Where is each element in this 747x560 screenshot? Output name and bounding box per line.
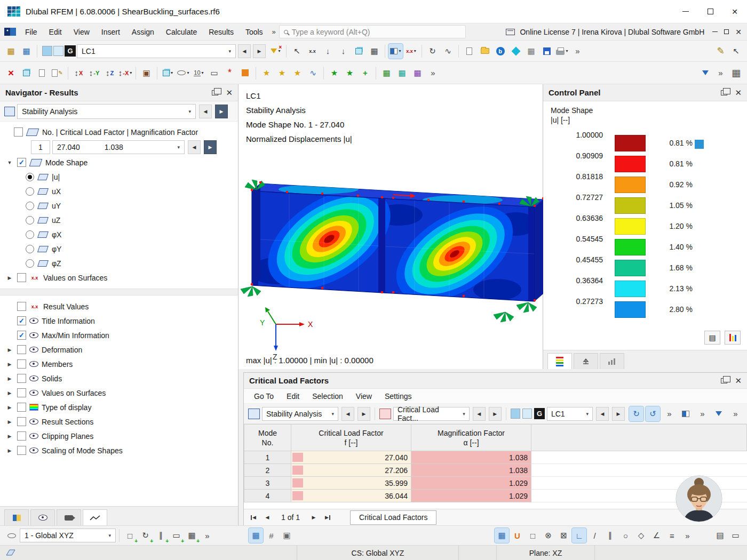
mesh-points-icon[interactable]: * <box>222 66 237 81</box>
next-load-case-button[interactable]: ▶ <box>253 44 266 58</box>
mode-no-cell[interactable]: 3 <box>244 477 291 490</box>
doc-restore-icon[interactable] <box>724 29 729 34</box>
toolbar-overflow-icon[interactable]: » <box>570 44 585 59</box>
next-table-button[interactable]: ▶ <box>357 407 370 421</box>
move-x-icon[interactable]: ↕X <box>71 66 86 81</box>
checkbox[interactable] <box>17 345 26 354</box>
previous-result-table-button[interactable]: ◀ <box>473 407 486 421</box>
tree-item-title-information[interactable]: ✓ Title Information <box>0 314 238 328</box>
transfer-icon[interactable]: ↻ <box>425 44 440 59</box>
panels-layout-icon[interactable]: ▤ <box>713 528 727 543</box>
tree-item-values-on-surfaces-2[interactable]: ▶ Values on Surfaces <box>0 386 238 400</box>
tab-settings-chart[interactable] <box>600 353 624 369</box>
expand-icon[interactable]: ▶ <box>5 362 14 367</box>
polyline-icon[interactable]: ∿ <box>306 66 320 81</box>
menu-assign[interactable]: Assign <box>126 23 160 41</box>
radio[interactable] <box>26 187 34 196</box>
connect-lines-icon[interactable]: + <box>358 66 372 81</box>
parallel-snap-icon[interactable]: ∥ <box>603 528 617 543</box>
magnification-cell[interactable]: 1.029 <box>411 477 531 490</box>
snap-overflow-icon[interactable]: » <box>680 528 695 543</box>
previous-page-button[interactable]: ◀ <box>261 511 274 524</box>
lc-color-swatch-1[interactable] <box>511 409 520 419</box>
checkbox[interactable] <box>17 403 26 412</box>
close-panel-icon[interactable]: ✕ <box>735 88 742 98</box>
rfem-module-icon[interactable] <box>508 44 523 59</box>
menu-calculate[interactable]: Calculate <box>160 23 203 41</box>
edit-pointer-icon[interactable]: ↖ <box>729 44 743 59</box>
expand-icon[interactable]: ▶ <box>5 434 14 439</box>
green-node-line-icon[interactable]: ★ <box>343 66 357 81</box>
table-row-mode-2[interactable]: 2 27.206 1.038 <box>244 464 747 477</box>
radio[interactable] <box>26 230 34 239</box>
tree-item-result-type[interactable]: No. | Critical Load Factor | Magnificati… <box>0 125 238 139</box>
checkbox-checked[interactable]: ✓ <box>17 158 26 167</box>
menu-insert[interactable]: Insert <box>96 23 126 41</box>
previous-mode-button[interactable]: ◀ <box>188 140 201 154</box>
table-overflow3-icon[interactable]: » <box>728 406 743 421</box>
first-page-button[interactable]: ◀ <box>247 511 260 524</box>
guidelines-icon[interactable]: ▣ <box>280 528 294 543</box>
wall-icon[interactable] <box>238 66 252 81</box>
tree-item-type-of-display[interactable]: ▶ Type of display <box>0 400 238 414</box>
tab-color-scale[interactable] <box>547 353 572 369</box>
checkbox-checked[interactable]: ✓ <box>17 331 26 340</box>
work-plane-icon[interactable]: ▾ <box>176 66 190 81</box>
component-phiz[interactable]: φZ <box>0 256 238 270</box>
result-table-dropdown[interactable]: Critical Load Fact... ▾ <box>393 407 470 421</box>
col-header-magnification[interactable]: Magnification Factorα [--] <box>411 425 531 451</box>
green-node-icon[interactable]: ★ <box>327 66 341 81</box>
next-analysis-button[interactable]: ▶ <box>215 105 228 118</box>
menu-go-to[interactable]: Go To <box>248 392 280 401</box>
load-case-dropdown[interactable]: LC1 ▾ <box>77 44 236 58</box>
model-viewport[interactable]: X Y Z LC1 Stability Analysis Mode Shape … <box>239 84 543 369</box>
ortho-mode-icon[interactable]: □ <box>526 528 540 543</box>
table-layout-icon[interactable]: ▦ <box>729 66 743 81</box>
component-phix[interactable]: φX <box>0 227 238 242</box>
keyword-search-input[interactable]: Type a keyword (Alt+Q) <box>279 25 466 38</box>
stretch-icon[interactable]: ▭ <box>169 528 184 543</box>
line-snap-icon[interactable]: / <box>587 528 602 543</box>
checkbox[interactable] <box>17 446 26 455</box>
new-note-icon[interactable] <box>35 66 49 81</box>
view-grid-icon[interactable]: ▦ <box>367 44 382 59</box>
table-manager-icon[interactable]: ▦ <box>4 44 18 59</box>
magnification-cell[interactable]: 1.038 <box>411 464 531 477</box>
edit-note-icon[interactable]: ✎ <box>50 66 65 81</box>
dimension-icon[interactable]: 10▾ <box>192 66 206 81</box>
menu-selection[interactable]: Selection <box>306 392 349 401</box>
checkbox[interactable] <box>14 127 23 137</box>
edit-overflow-icon[interactable]: » <box>200 528 214 543</box>
panel-options-button[interactable]: ▤ <box>704 331 720 345</box>
table-filter-icon[interactable] <box>712 406 726 421</box>
component-ux[interactable]: uX <box>0 184 238 198</box>
mode-no-cell[interactable]: 2 <box>244 464 291 477</box>
tree-item-values-on-surfaces[interactable]: ▶ x.x Values on Surfaces <box>0 270 238 285</box>
filter-load-cases-icon[interactable]: ×▾ <box>268 44 283 59</box>
table-show-results-icon[interactable] <box>679 406 693 421</box>
move-neg-y-icon[interactable]: ↕-Y <box>87 66 101 81</box>
import-supports-icon[interactable]: ↓ <box>321 44 335 59</box>
wave-results-icon[interactable]: ∿ <box>441 44 455 59</box>
dlubal-account-icon[interactable]: b <box>493 44 507 59</box>
doc-minimize-icon[interactable] <box>712 31 718 32</box>
tree-item-mode-shape[interactable]: ▼ ✓ Mode Shape <box>0 155 238 170</box>
factor-cell[interactable]: 36.044 <box>291 490 411 502</box>
col-header-factor[interactable]: Critical Load Factorf [--] <box>291 425 411 451</box>
mode-number-field[interactable]: 1 <box>31 140 50 154</box>
collapse-icon[interactable]: ▼ <box>5 160 14 165</box>
previous-load-case-button[interactable]: ◀ <box>238 44 251 58</box>
expand-icon[interactable]: ▶ <box>5 390 14 396</box>
select-pointer-icon[interactable]: ↖ <box>290 44 304 59</box>
tree-item-members[interactable]: ▶ Members <box>0 357 238 371</box>
radio[interactable] <box>26 202 34 210</box>
new-model-icon[interactable] <box>462 44 476 59</box>
maximize-button[interactable] <box>698 0 722 23</box>
checkbox[interactable] <box>17 359 26 369</box>
expand-icon[interactable]: ▶ <box>5 419 14 425</box>
lc-color-swatch-2[interactable] <box>522 409 532 419</box>
table-overflow-icon[interactable]: » <box>662 406 677 421</box>
show-results-icon[interactable]: ▾ <box>388 44 403 59</box>
table-row-mode-4[interactable]: 4 36.044 1.029 <box>244 490 747 502</box>
close-panel-icon[interactable]: ✕ <box>735 376 742 386</box>
